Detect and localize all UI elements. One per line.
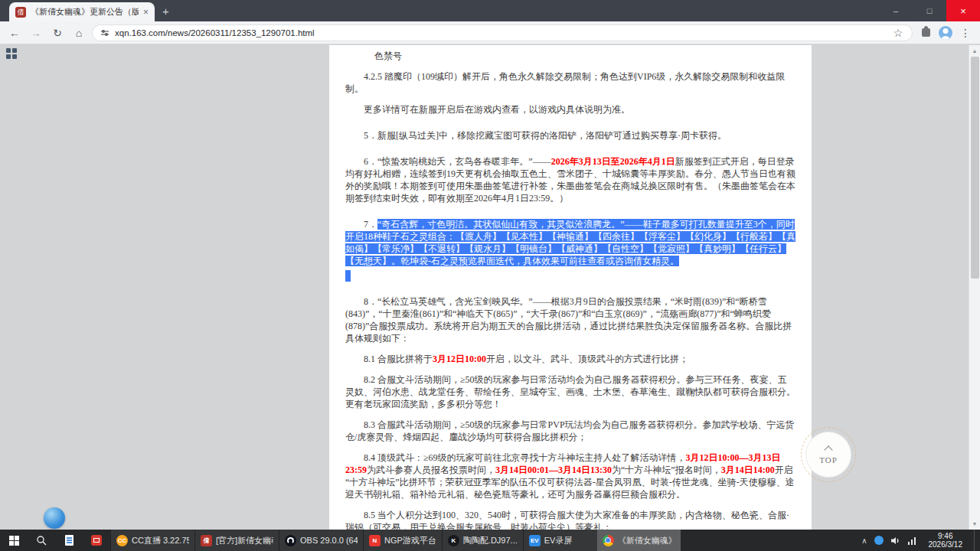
new-tab-button[interactable]: +	[162, 5, 169, 17]
paragraph-note: 更多详情可在新服开启后在游戏内查看，以游戏内具体说明为准。	[345, 103, 795, 116]
clock-time: 9:46	[929, 532, 963, 540]
taskbar-app-label: OBS 29.0.0 (64-bi...	[300, 536, 358, 545]
taskbar-app-label: EV录屏	[544, 535, 591, 546]
taskbar-app-browser-active[interactable]: 《新倩女幽魂》更...	[596, 530, 681, 551]
obs-icon	[285, 535, 296, 546]
paragraph-8-3: 8.3 合服武斗活动期间，≥50级的玩家参与日常PVP玩法均会为自己服务器获得积…	[345, 419, 795, 443]
clock-date: 2026/3/12	[929, 540, 963, 549]
show-desktop-button[interactable]	[974, 530, 978, 551]
pinned-red-app[interactable]	[83, 530, 110, 551]
pinned-document-app[interactable]	[55, 530, 83, 551]
taskbar-app-cc-live[interactable]: CC CC直播 3.22.75	[110, 530, 194, 551]
back-icon[interactable]: ←	[6, 24, 23, 41]
red-app-icon	[91, 535, 102, 546]
home-icon[interactable]: ⌂	[70, 24, 87, 41]
volume-icon[interactable]	[890, 536, 900, 546]
chevron-up-icon	[824, 445, 832, 454]
url-text[interactable]: xqn.163.com/news/20260311/12353_1290701.…	[115, 28, 887, 37]
text-segment: 6．“惊蛰发响桃始夭，玄鸟各春暖非年。”——	[364, 156, 551, 167]
browser-toolbar: ← → ↻ ⌂ xqn.163.com/news/20260311/12353_…	[0, 21, 980, 44]
tray-app-icon[interactable]	[874, 536, 884, 545]
text-segment: 8.3 合服武斗活动期间，≥50级的玩家参与日常PVP玩法均会为自己服务器获得积…	[345, 419, 795, 442]
text-segment: 3月14日14:00	[721, 465, 775, 475]
paragraph-8-4: 8.4 顶级武斗：≥69级的玩家可前往北京寻找十方斗神坛主持人处了解活动详情，3…	[345, 452, 795, 500]
taskbar-app-label: 陶陶配.DJ97...	[463, 535, 518, 546]
paragraph-8: 8．“长松立马英雄气，含光宝剑映风华。”——根据3月9日的合服投票结果，“米时雨…	[345, 295, 795, 344]
taskbar-app-label: CC直播 3.22.75	[132, 535, 189, 546]
system-tray: ∧ 9:46 2026/3/12	[854, 530, 980, 551]
browser-viewport: 色禁号 4.2.5 踏魔印（109缄印）解开后，角色永久解除交易限制；角色达到V…	[0, 45, 980, 530]
taskbar-app-label: 《新倩女幽魂》更...	[618, 535, 675, 546]
paragraph-7-highlighted: 7．“奇石含辉，寸色明洁。其状似仙山有致，其灵似沧浪腾龙。”——鞋子最多可打孔数…	[345, 218, 795, 267]
browser-tab[interactable]: 倩 《新倩女幽魂》更新公告（版本... ×	[9, 2, 155, 21]
text-segment: 色禁号	[374, 51, 402, 61]
hidden-icons-caret[interactable]: ∧	[861, 536, 867, 545]
text-segment: “奇石含辉，寸色明洁。其状似仙山有致，其灵似沧浪腾龙。”——鞋子最多可打孔数量提…	[345, 219, 795, 266]
tab-favicon-icon: 倩	[15, 7, 26, 18]
apps-grid-icon[interactable]	[6, 48, 17, 59]
text-segment: 8.4 顶级武斗：≥69级的玩家可前往北京寻找十方斗神坛主持人处了解活动详情，	[364, 452, 686, 463]
text-segment: 8.1 合服比拼将于	[364, 354, 433, 364]
cc-live-icon: CC	[116, 535, 128, 546]
paragraph-5: 5．新服[纵马过关]中，移除挖藏宝图可获得的洛阳铲，洛阳铲可通过购买尊享·周卡获…	[345, 129, 795, 142]
paragraph-8-5: 8.5 当个人积分达到100、320、540时，可获得合服大使为大家准备的丰厚奖…	[345, 509, 795, 530]
address-bar[interactable]: xqn.163.com/news/20260311/12353_1290701.…	[92, 24, 913, 41]
scrollbar[interactable]: ▲ ▼	[969, 45, 980, 530]
windows-logo-icon	[9, 536, 19, 546]
article-page: 色禁号 4.2.5 踏魔印（109缄印）解开后，角色永久解除交易限制；角色达到V…	[329, 45, 812, 530]
taskbar-clock[interactable]: 9:46 2026/3/12	[924, 532, 968, 549]
maximize-button[interactable]: □	[913, 0, 946, 21]
forward-icon[interactable]: →	[28, 24, 44, 41]
start-button[interactable]	[0, 530, 28, 551]
text-segment: 7．	[364, 219, 377, 230]
text-segment: 8.2 合服文斗活动期间，≥50级的玩家参与日常活动均会为自己服务器获得积分。参…	[345, 374, 795, 409]
text-selection-caret	[345, 270, 351, 282]
taskbar-app-obs[interactable]: OBS 29.0.0 (64-bi...	[279, 530, 363, 551]
text-segment: 为“十方斗神坛”报名时间，	[612, 465, 721, 475]
text-segment: 为武斗参赛人员报名投票时间，	[367, 465, 495, 475]
taskbar-app-qnyh-official[interactable]: 倩 [官方]新倩女幽魂...	[194, 530, 279, 551]
scroll-up-icon[interactable]: ▲	[969, 45, 980, 57]
site-info-icon[interactable]	[100, 28, 109, 37]
taskbar-app-label: [官方]新倩女幽魂...	[216, 535, 273, 546]
close-window-button[interactable]: ×	[946, 0, 980, 21]
chrome-icon	[603, 535, 614, 546]
taskbar: CC CC直播 3.22.75 倩 [官方]新倩女幽魂... OBS 29.0.…	[0, 530, 980, 551]
network-icon[interactable]	[907, 536, 917, 546]
paragraph-6: 6．“惊蛰发响桃始夭，玄鸟各春暖非年。”——2026年3月13日至2026年4月…	[345, 155, 795, 204]
browser-tab-strip: 倩 《新倩女幽魂》更新公告（版本... × + – □ ×	[0, 0, 980, 21]
document-app-icon	[65, 535, 74, 546]
minimize-button[interactable]: –	[879, 0, 913, 21]
profile-avatar[interactable]	[939, 26, 952, 40]
puzzle-icon	[922, 28, 930, 37]
menu-icon[interactable]: ⋮	[957, 24, 974, 41]
text-segment: 3月14日00:01—3月14日13:30	[495, 465, 612, 475]
scrollbar-thumb[interactable]	[971, 57, 979, 279]
paragraph-4-2-5: 4.2.5 踏魔印（109缄印）解开后，角色永久解除交易限制；角色达到VIP6级…	[345, 70, 795, 95]
window-controls: – □ ×	[879, 0, 980, 21]
top-label: TOP	[819, 455, 838, 465]
ev-recorder-icon: EV	[529, 535, 541, 546]
paragraph-8-1: 8.1 合服比拼将于3月12日10:00开启，以文斗、武斗、顶级武斗的方式进行比…	[345, 353, 795, 365]
tab-close-icon[interactable]: ×	[143, 7, 149, 18]
text-segment: 更多详情可在新服开启后在游戏内查看，以游戏内具体说明为准。	[364, 104, 630, 115]
taskbar-app-dj97[interactable]: K 陶陶配.DJ97...	[442, 530, 523, 551]
text-segment: 2026年3月13日至2026年4月1日	[551, 156, 675, 167]
taskbar-app-label: NGP游戏平台	[384, 535, 436, 546]
refresh-icon[interactable]: ↻	[49, 24, 66, 41]
paragraph-fragment: 色禁号	[345, 50, 795, 62]
paragraph-8-2: 8.2 合服文斗活动期间，≥50级的玩家参与日常活动均会为自己服务器获得积分。参…	[345, 373, 795, 410]
text-segment: 8.5 当个人积分达到100、320、540时，可获得合服大使为大家准备的丰厚奖…	[345, 510, 789, 530]
scroll-down-icon[interactable]: ▼	[969, 518, 980, 530]
taskbar-app-ngp[interactable]: N NGP游戏平台	[363, 530, 442, 551]
bookmark-star-icon[interactable]: ☆	[892, 24, 904, 41]
dj97-icon: K	[448, 535, 459, 546]
ngp-icon: N	[369, 535, 381, 546]
floating-assistant-bubble[interactable]	[44, 507, 65, 529]
taskbar-app-ev-recorder[interactable]: EV EV录屏	[523, 530, 596, 551]
back-to-top-button[interactable]: TOP	[806, 432, 851, 477]
text-segment: 3月12日10:00	[433, 354, 486, 364]
text-segment: 4.2.5 踏魔印（109缄印）解开后，角色永久解除交易限制；角色达到VIP6级…	[345, 71, 785, 94]
taskbar-search-button[interactable]	[28, 530, 55, 551]
extensions-icon[interactable]	[917, 24, 934, 41]
